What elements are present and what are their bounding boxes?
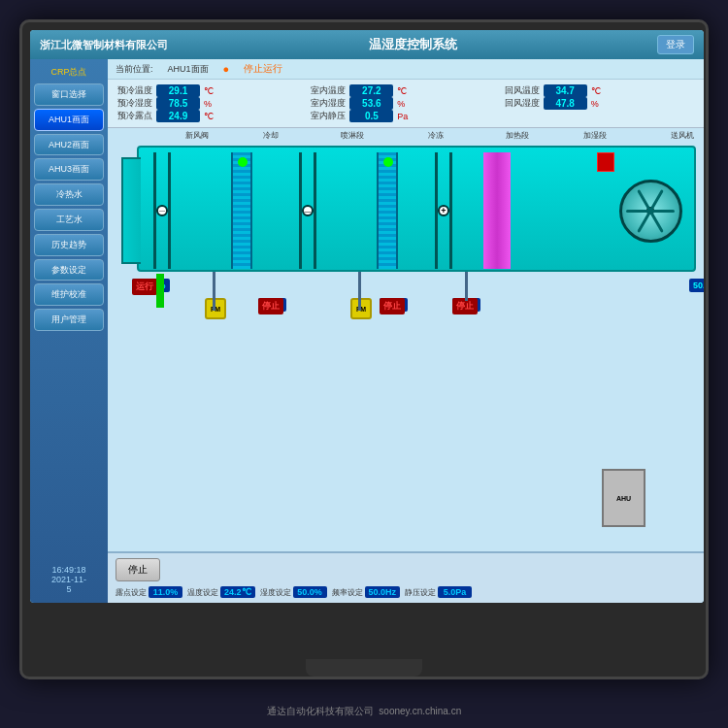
sensor-panel: 预冷温度 29.1 ℃ 预冷湿度 78.5 % 预冷露点 24.9 ℃: [108, 80, 704, 128]
sensor-unit-return-temp: ℃: [591, 86, 601, 96]
coil-chiller: [377, 152, 398, 269]
sensor-unit-room-pressure: Pa: [397, 112, 408, 121]
setpoint-pressure-value: 5.0Pa: [438, 586, 472, 598]
setpoint-temp-label: 温度设定: [187, 587, 218, 598]
sensor-value-return-hum: 47.8: [544, 97, 587, 110]
sidebar-item-ahu1[interactable]: AHU1画面: [34, 109, 104, 131]
screen: 浙江北微智制材料有限公司 温湿度控制系统 登录 CRP总点 窗口选择 AHU1画…: [30, 30, 704, 603]
sidebar-item-window[interactable]: 窗口选择: [34, 83, 104, 106]
label-damper: 新风阀: [185, 130, 209, 141]
setpoint-dew: 露点设定 11.0%: [116, 586, 182, 598]
coil-cooling: [231, 152, 252, 269]
setpoint-hum-value: 50.0%: [293, 586, 327, 598]
sensor-row-room-pressure: 室内静压 0.5 Pa: [311, 110, 500, 122]
sidebar-item-users[interactable]: 用户管理: [34, 309, 104, 331]
setpoint-pressure-label: 静压设定: [405, 587, 436, 598]
sensor-unit-return-hum: %: [591, 99, 599, 109]
monitor-stand: [306, 659, 422, 677]
label-cooling: 冷却: [263, 130, 279, 141]
sidebar-item-params[interactable]: 参数设定: [34, 259, 104, 281]
main-content: CRP总点 窗口选择 AHU1画面 AHU2画面 AHU3画面 冷热水 工艺水 …: [30, 59, 704, 603]
info-path: AHU1面面: [168, 63, 209, 76]
alarm-block: [597, 152, 614, 172]
flow-meter-1: FM: [205, 298, 226, 319]
sensor-value-return-temp: 34.7: [544, 84, 587, 97]
flow-meter-2: FM: [350, 298, 372, 319]
setpoint-freq-value: 50.0Hz: [365, 586, 401, 598]
sensor-value-precool-dew: 24.9: [156, 110, 200, 122]
sidebar-item-ahu2[interactable]: AHU2画面: [34, 134, 104, 156]
damper-3: +: [435, 152, 452, 269]
ahu-equipment-box: AHU: [602, 469, 645, 527]
duct-inlet: [121, 157, 141, 264]
setpoint-freq: 频率设定 50.0Hz: [332, 586, 401, 598]
sensor-value-precool-hum: 78.5: [156, 97, 200, 110]
sidebar-item-ahu3[interactable]: AHU3画面: [34, 158, 104, 181]
humidifier-section: [483, 152, 511, 269]
status-light: ●: [223, 63, 230, 75]
fan-wheel: [619, 180, 682, 243]
sidebar-item-history[interactable]: 历史趋势: [34, 234, 104, 256]
sidebar: CRP总点 窗口选择 AHU1画面 AHU2画面 AHU3画面 冷热水 工艺水 …: [30, 59, 108, 603]
system-title: 温湿度控制系统: [369, 36, 457, 53]
label-humid: 加湿段: [583, 130, 607, 141]
pipe-v-1: [213, 272, 215, 311]
damper3-status-display: 停止: [380, 298, 405, 314]
setpoint-temp: 温度设定 24.2℃: [187, 586, 255, 598]
damper1-status-display: 运行: [132, 279, 157, 295]
setpoint-freq-label: 频率设定: [332, 587, 363, 598]
coil-cooling-indicator: [238, 157, 248, 167]
watermark-company: 通达自动化科技有限公司 sooney.cn.china.cn: [19, 705, 709, 718]
pipe-v-2: [358, 272, 361, 311]
sensor-row-precool-hum: 预冷湿度 78.5 %: [117, 97, 307, 110]
label-heat: 加热段: [506, 130, 529, 141]
sidebar-item-process[interactable]: 工艺水: [34, 209, 104, 231]
sensor-value-precool-temp: 29.1: [156, 84, 200, 97]
hvac-diagram: 新风阀 冷却 喷淋段 冷冻 加热段 加湿段 送风机: [108, 128, 704, 551]
bottom-controls: 停止 露点设定 11.0% 温度设定 24.2℃ 湿度设定 50.0%: [108, 551, 704, 603]
setpoint-dew-label: 露点设定: [116, 587, 147, 598]
sensor-row-room-hum: 室内湿度 53.6 %: [311, 97, 500, 110]
monitor-frame: 浙江北微智制材料有限公司 温湿度控制系统 登录 CRP总点 窗口选择 AHU1画…: [19, 19, 709, 679]
label-chiller: 冷冻: [428, 130, 444, 141]
sensor-label-room-pressure: 室内静压: [311, 110, 346, 122]
sensor-row-room-temp: 室内温度 27.2 ℃: [311, 84, 500, 97]
label-spray: 喷淋段: [341, 130, 364, 141]
sensor-group-right: 回风温度 34.7 ℃ 回风湿度 47.8 %: [505, 84, 694, 122]
setpoint-dew-value: 11.0%: [149, 586, 182, 598]
sensor-group-left: 预冷温度 29.1 ℃ 预冷湿度 78.5 % 预冷露点 24.9 ℃: [117, 84, 307, 122]
sensor-value-room-hum: 53.6: [349, 97, 393, 110]
setpoint-pressure: 静压设定 5.0Pa: [405, 586, 472, 598]
stop-button[interactable]: 停止: [116, 558, 160, 581]
damper1-level-bar: [156, 274, 164, 308]
sidebar-item-maintain[interactable]: 维护校准: [34, 283, 104, 306]
sensor-row-return-hum: 回风湿度 47.8 %: [505, 97, 694, 110]
sensor-label-precool-dew: 预冷露点: [117, 110, 152, 122]
login-button[interactable]: 登录: [657, 35, 694, 54]
setpoint-temp-value: 24.2℃: [220, 586, 255, 598]
sensor-row-precool-dew: 预冷露点 24.9 ℃: [117, 110, 307, 122]
damper-1: —: [153, 152, 171, 269]
sensor-row-precool-temp: 预冷温度 29.1 ℃: [117, 84, 307, 97]
sensor-unit-room-temp: ℃: [397, 86, 407, 96]
fan-freq-display: 50.0Hz: [689, 279, 704, 292]
sensor-label-return-temp: 回风温度: [505, 84, 540, 97]
header-bar: 浙江北微智制材料有限公司 温湿度控制系统 登录: [30, 30, 704, 59]
main-duct: — —: [137, 146, 696, 272]
sensor-unit-precool-hum: %: [204, 99, 212, 109]
sidebar-section-label: CRP总点: [34, 64, 104, 81]
sensor-group-middle: 室内温度 27.2 ℃ 室内湿度 53.6 % 室内静压 0.5 Pa: [311, 84, 500, 122]
sensor-label-return-hum: 回风湿度: [505, 97, 540, 110]
setpoint-hum-label: 湿度设定: [260, 587, 291, 598]
info-path-label: 当前位置:: [116, 63, 153, 76]
sensor-unit-room-hum: %: [397, 99, 405, 109]
sensor-unit-precool-dew: ℃: [204, 112, 214, 121]
damper2-status-display: 停止: [258, 298, 283, 314]
sensor-row-return-temp: 回风温度 34.7 ℃: [505, 84, 694, 97]
label-fan: 送风机: [671, 130, 694, 141]
damper-1-indicator: —: [156, 205, 168, 216]
damper-2-indicator: —: [302, 205, 314, 216]
sidebar-item-cold[interactable]: 冷热水: [34, 183, 104, 206]
sensor-label-precool-temp: 预冷温度: [117, 84, 152, 97]
pipe-v-3: [465, 272, 468, 301]
